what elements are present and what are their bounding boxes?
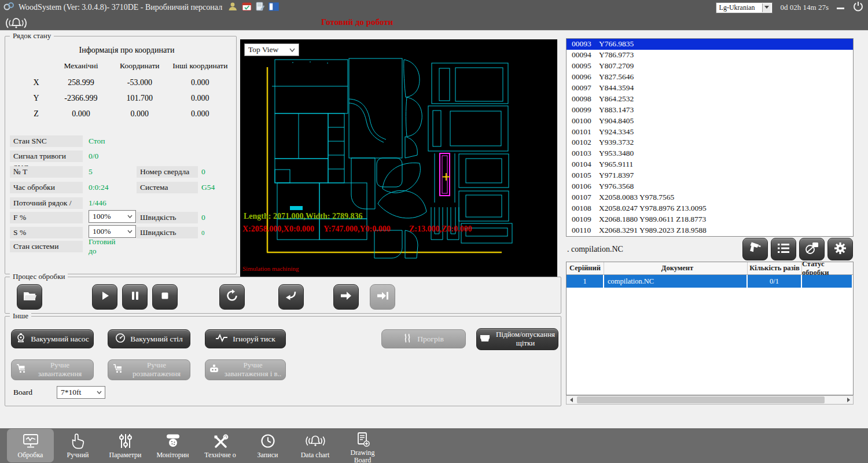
nc-code-list[interactable]: 00093Y766.983500094Y786.977300095Y807.27… <box>566 38 854 237</box>
vacuum-table-button[interactable]: Вакуумний стіл <box>108 329 190 348</box>
nc-line[interactable]: 00107X2058.0083 Y978.7565 <box>567 192 853 203</box>
nc-line[interactable]: 00096Y827.5646 <box>567 72 853 83</box>
manual-load-more-button[interactable]: Ручне завантаження і в.. <box>205 359 286 380</box>
monitor-pulse-icon <box>22 432 39 450</box>
tab-data-chart[interactable]: Data chart <box>292 429 339 462</box>
manual-unload-button[interactable]: Ручне розвантаження <box>108 359 190 380</box>
tab-monitoring[interactable]: Моніторин <box>149 429 196 462</box>
app-title: WoodSystem (Ver: 3.0.4.8)- 3710DE - Виро… <box>19 3 222 12</box>
tab-manual[interactable]: Ручний <box>54 429 101 462</box>
tab-records[interactable]: Записи <box>244 429 291 462</box>
start-button[interactable] <box>92 284 117 310</box>
nc-line-number: 00101 <box>567 127 599 137</box>
minimize-button[interactable] <box>837 3 845 12</box>
spindle-speed-value: 0 <box>201 229 205 236</box>
tab-label: Ручний <box>67 451 89 459</box>
chevron-down-icon <box>125 227 134 236</box>
barcode-scanner-button[interactable] <box>742 238 768 260</box>
coord-row: X258.999-53.0000.000 <box>21 75 232 90</box>
scrollbar-thumb[interactable] <box>577 396 825 403</box>
nc-line-code: Y883.1473 <box>599 105 853 115</box>
open-file-button[interactable] <box>17 284 42 310</box>
list-view-button[interactable] <box>771 238 796 260</box>
feed-override-select[interactable]: 100% <box>89 210 136 223</box>
reload-button[interactable] <box>219 284 245 310</box>
nc-line[interactable]: 00103Y953.3480 <box>567 148 853 159</box>
skip-to-end-button[interactable] <box>370 284 395 310</box>
nc-line-number: 00093 <box>567 39 599 49</box>
tab-label: Обробка <box>18 451 43 459</box>
language-select[interactable]: Lg-Ukranian <box>716 2 773 13</box>
tab-maintenance[interactable]: Технічне о <box>197 429 244 462</box>
spindle-override-select[interactable]: 100% <box>89 225 136 238</box>
spindle-override-value: 100% <box>93 227 111 236</box>
nc-line-number: 00098 <box>567 94 599 104</box>
tool-position-marker <box>443 173 450 181</box>
nc-line[interactable]: 00102Y939.3732 <box>567 137 853 148</box>
machining-time-label: Час обробки <box>10 182 83 193</box>
nc-line[interactable]: 00101Y924.3345 <box>567 126 853 137</box>
pump-icon <box>16 333 26 346</box>
ignore-pressure-button[interactable]: Ігноруй тиск <box>205 329 286 348</box>
status-panel: Рядок стану Інформація про координати Ме… <box>5 36 237 274</box>
document-edit-icon[interactable] <box>256 2 264 13</box>
scroll-right-button[interactable] <box>844 396 853 404</box>
nc-line[interactable]: 00110X2068.3291 Y989.2023 Z18.9588 <box>567 225 853 236</box>
warmup-button[interactable]: Прогрів <box>381 329 466 348</box>
sliders-icon <box>117 432 134 450</box>
alarm-bell-icon[interactable] <box>6 16 27 32</box>
user-icon[interactable] <box>228 2 238 13</box>
book-icon[interactable] <box>269 2 279 13</box>
feed-rate-label: Швидкість подачі <box>137 212 198 223</box>
tools-icon <box>212 432 229 450</box>
nc-line[interactable]: 00109X2068.1880 Y989.0611 Z18.8773 <box>567 214 853 225</box>
scroll-left-button[interactable] <box>567 396 576 404</box>
nc-line[interactable]: 00098Y864.2532 <box>567 93 853 104</box>
pause-button[interactable] <box>122 284 148 310</box>
step-forward-button[interactable] <box>333 284 359 310</box>
nc-line[interactable]: 00095Y807.2709 <box>567 61 853 72</box>
tab-drawing-board[interactable]: Drawing Board <box>339 429 386 462</box>
pause-icon <box>128 289 142 305</box>
nc-line[interactable]: 00108X2058.0247 Y978.8976 Z13.0095 <box>567 203 853 214</box>
settings-button[interactable] <box>827 238 853 260</box>
list-icon <box>777 242 790 257</box>
cart-icon <box>16 363 27 376</box>
tab-parameters[interactable]: Параметри <box>102 429 149 462</box>
nc-line-code: Y971.8397 <box>599 171 853 180</box>
nc-line[interactable]: 00100Y904.8405 <box>567 115 853 126</box>
col-document: Документ <box>604 262 748 274</box>
calendar-check-icon[interactable] <box>242 2 252 13</box>
tab-processing[interactable]: Обробка <box>7 429 54 462</box>
step-back-button[interactable] <box>278 284 304 310</box>
nc-line[interactable]: 00104Y965.9111 <box>567 159 853 170</box>
gear-icon <box>833 241 847 258</box>
nc-line[interactable]: 00105Y971.8397 <box>567 170 853 181</box>
nc-line[interactable]: 00093Y766.9835 <box>567 39 853 50</box>
view-mode-select[interactable]: Top View <box>244 43 299 56</box>
manual-load-button[interactable]: Ручне завантаження <box>11 359 94 380</box>
stop-icon <box>158 289 172 305</box>
other-panel: Інше Вакуумний насос Вакуумний стіл Ігно… <box>5 316 561 406</box>
nc-line[interactable]: 00094Y786.9773 <box>567 50 853 61</box>
nc-line-code: Y807.2709 <box>599 61 853 71</box>
stock-dimensions-text: Length: 2071.000,Width: 2789.836 <box>244 212 362 221</box>
camera-off-button[interactable] <box>799 238 825 260</box>
nc-line-number: 00094 <box>567 50 599 60</box>
document-row[interactable]: 1compilation.NC0/1 <box>567 275 853 288</box>
cad-viewport[interactable]: Top View <box>240 39 557 277</box>
brush-lift-button[interactable]: Підйом/опускання щітки <box>476 328 558 350</box>
vacuum-pump-button[interactable]: Вакуумний насос <box>11 329 94 348</box>
power-button[interactable] <box>853 1 863 14</box>
nc-line[interactable]: 00097Y844.3594 <box>567 83 853 94</box>
horizontal-scrollbar[interactable] <box>566 395 854 405</box>
taskbar: Обробка Ручний Параметри Моніторин Техні… <box>0 428 868 463</box>
play-icon <box>98 289 112 305</box>
stop-button[interactable] <box>152 284 178 310</box>
nc-line-code: Y766.9835 <box>599 39 853 49</box>
nc-line[interactable]: 00106Y976.3568 <box>567 181 853 192</box>
board-size-select[interactable]: 7*10ft <box>57 386 105 399</box>
x-coordinate-text: X:2058.000,X0:0.000 <box>242 225 314 234</box>
nc-line[interactable]: 00099Y883.1473 <box>567 104 853 115</box>
nc-line-code: Y864.2532 <box>599 94 853 104</box>
